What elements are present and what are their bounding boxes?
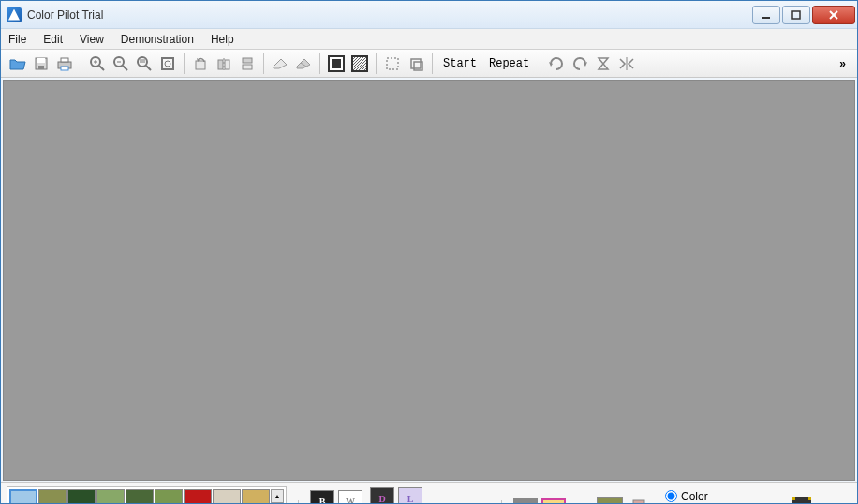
svg-rect-38 bbox=[633, 500, 644, 504]
select-rect-button[interactable] bbox=[381, 52, 404, 75]
print-button[interactable] bbox=[53, 52, 76, 75]
swatch-5[interactable] bbox=[155, 489, 183, 504]
sample-swatch[interactable] bbox=[597, 497, 623, 505]
svg-point-22 bbox=[165, 61, 170, 67]
rotate-left-button[interactable] bbox=[189, 52, 212, 75]
hourglass-icon[interactable] bbox=[592, 52, 614, 75]
start-button[interactable]: Start bbox=[437, 57, 482, 70]
menu-edit[interactable]: Edit bbox=[43, 33, 63, 46]
minimize-button[interactable] bbox=[752, 6, 780, 24]
svg-rect-27 bbox=[243, 58, 252, 63]
svg-rect-23 bbox=[196, 61, 205, 69]
swatch-4[interactable] bbox=[126, 489, 154, 504]
close-button[interactable] bbox=[812, 6, 855, 24]
crop-button[interactable] bbox=[405, 52, 427, 75]
svg-rect-25 bbox=[225, 60, 229, 69]
swatch-7[interactable] bbox=[213, 489, 241, 504]
svg-line-11 bbox=[99, 66, 104, 70]
swatch-3[interactable] bbox=[96, 489, 125, 504]
zoom-fit-button[interactable] bbox=[133, 52, 155, 75]
swatch-0[interactable] bbox=[9, 489, 37, 504]
compare-icon[interactable] bbox=[631, 497, 658, 504]
swatch-6[interactable] bbox=[184, 489, 212, 504]
svg-rect-5 bbox=[37, 58, 45, 63]
swatch-2[interactable] bbox=[67, 489, 96, 504]
maximize-button[interactable] bbox=[782, 6, 810, 24]
zoom-out-button[interactable] bbox=[110, 52, 132, 75]
black-point-button[interactable]: B bbox=[310, 490, 334, 505]
menu-bar: File Edit View Demonstration Help bbox=[1, 29, 857, 50]
film-icon[interactable] bbox=[792, 497, 811, 505]
eraser-alt-button[interactable] bbox=[292, 52, 315, 75]
gray-button[interactable]: G bbox=[513, 498, 538, 505]
undo-button[interactable] bbox=[569, 52, 591, 75]
svg-rect-21 bbox=[162, 58, 173, 69]
swatch-1[interactable] bbox=[38, 489, 67, 504]
svg-rect-31 bbox=[332, 59, 341, 68]
redo-button[interactable] bbox=[545, 52, 568, 75]
swatch-scroll-up[interactable]: ▴ bbox=[271, 489, 284, 503]
svg-rect-24 bbox=[218, 60, 223, 69]
svg-rect-34 bbox=[387, 58, 398, 69]
svg-rect-28 bbox=[243, 65, 252, 69]
toolbar: Start Repeat » bbox=[1, 50, 857, 78]
flip-horizontal-button[interactable] bbox=[213, 52, 235, 75]
svg-line-15 bbox=[123, 66, 127, 70]
arrow-right-icon: ↪ bbox=[573, 499, 589, 505]
grid-solid-button[interactable] bbox=[325, 52, 348, 75]
mode-radio-group: Color Color and brightness Brightness bbox=[665, 490, 785, 505]
svg-rect-35 bbox=[411, 59, 421, 68]
bottom-panel: ▴ ▾ ◂▸ B W Auto D L Soft Soft G C ↪ bbox=[1, 482, 857, 504]
svg-rect-8 bbox=[61, 58, 68, 62]
repeat-button[interactable]: Repeat bbox=[483, 57, 535, 70]
zoom-actual-button[interactable] bbox=[156, 52, 179, 75]
white-point-button[interactable]: W bbox=[338, 490, 362, 505]
svg-line-18 bbox=[146, 66, 151, 70]
toolbar-overflow-button[interactable]: » bbox=[834, 57, 851, 70]
menu-help[interactable]: Help bbox=[211, 33, 234, 46]
light-button[interactable]: L bbox=[398, 487, 422, 505]
dark-button[interactable]: D bbox=[370, 487, 394, 505]
window-title: Color Pilot Trial bbox=[27, 8, 752, 22]
swatch-8[interactable] bbox=[242, 489, 270, 504]
flip-vertical-button[interactable] bbox=[236, 52, 259, 75]
mode-color-radio[interactable] bbox=[665, 490, 677, 502]
grid-hatched-button[interactable] bbox=[348, 52, 371, 75]
title-bar: Color Pilot Trial bbox=[1, 1, 857, 29]
color-button[interactable]: C bbox=[541, 498, 566, 505]
open-button[interactable] bbox=[7, 52, 29, 75]
menu-demonstration[interactable]: Demonstration bbox=[121, 33, 194, 46]
svg-rect-6 bbox=[38, 66, 44, 69]
zoom-in-button[interactable] bbox=[86, 52, 109, 75]
mirror-compare-icon[interactable] bbox=[615, 52, 638, 75]
svg-rect-32 bbox=[352, 56, 367, 71]
menu-file[interactable]: File bbox=[8, 33, 26, 46]
menu-view[interactable]: View bbox=[80, 33, 104, 46]
save-button[interactable] bbox=[30, 52, 52, 75]
svg-rect-9 bbox=[61, 67, 68, 70]
app-icon bbox=[7, 7, 22, 22]
svg-rect-1 bbox=[792, 11, 800, 19]
swatch-palette: ▴ ▾ bbox=[7, 486, 287, 504]
eraser-button[interactable] bbox=[269, 52, 291, 75]
canvas-area[interactable] bbox=[3, 80, 855, 481]
